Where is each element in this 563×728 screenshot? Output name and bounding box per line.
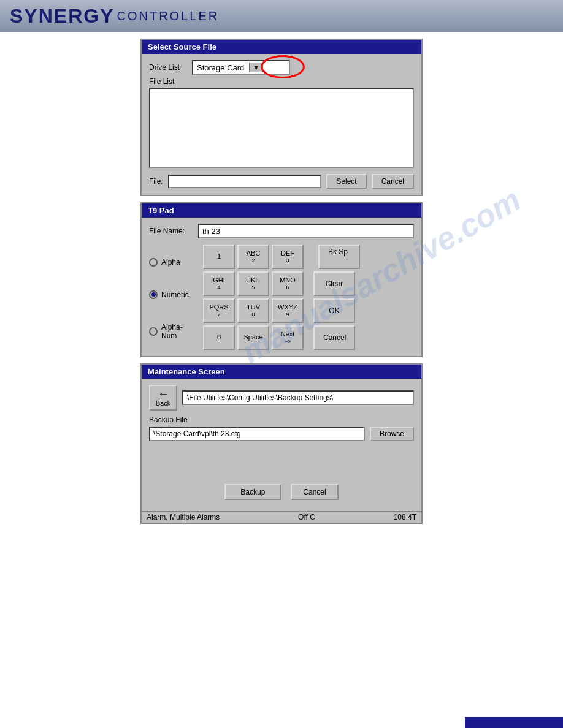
t9-btn-next[interactable]: Next--> — [272, 325, 304, 350]
t9pad-buttons: 1 ABC2 DEF3 GHI4 JKL5 MNO6 PQRS7 TUV8 WX… — [203, 245, 304, 350]
header-controller: CONTROLLER — [117, 9, 219, 23]
t9-btn-tuv8[interactable]: TUV8 — [237, 298, 269, 323]
back-row: ← Back \File Utilities\Config Utilities\… — [149, 385, 414, 411]
file-list-box — [149, 88, 414, 168]
file-list-row: File List — [149, 77, 414, 86]
radio-alpha-item[interactable]: Alpha — [149, 258, 198, 267]
filename-label: File Name: — [149, 227, 198, 235]
radio-alpha-label: Alpha — [161, 258, 180, 267]
file-row-label: File: — [149, 177, 163, 186]
file-row: File: Select Cancel — [149, 174, 414, 189]
browse-button[interactable]: Browse — [370, 427, 414, 441]
cancel-button-panel3[interactable]: Cancel — [291, 484, 338, 500]
t9-btn-abc2[interactable]: ABC2 — [237, 245, 269, 269]
drive-select-arrow[interactable]: ▼ — [249, 63, 263, 72]
bottom-bar — [465, 717, 563, 728]
cancel-button-panel2[interactable]: Cancel — [313, 325, 355, 350]
select-source-panel: Select Source File Drive List Storage Ca… — [140, 39, 423, 196]
t9pad-actions: Bk Sp Clear OK Cancel — [313, 245, 360, 350]
drive-list-label: Drive List — [149, 63, 192, 72]
status-mid: Off C — [298, 513, 315, 521]
drive-select-value: Storage Card — [197, 63, 244, 72]
t9pad-grid: Alpha Numeric Alpha-Num 1 ABC2 DEF3 GHI4… — [149, 245, 414, 350]
t9-btn-def3[interactable]: DEF3 — [272, 245, 304, 269]
panel2-title: T9 Pad — [142, 203, 421, 218]
panel1-title: Select Source File — [142, 40, 421, 54]
status-left: Alarm, Multiple Alarms — [147, 513, 220, 521]
header-synergy: SYNERGY — [10, 5, 114, 28]
maintenance-panel: Maintenance Screen ← Back \File Utilitie… — [140, 363, 423, 524]
t9-btn-ghi4[interactable]: GHI4 — [203, 271, 235, 296]
breadcrumb: \File Utilities\Config Utilities\Backup … — [182, 390, 414, 405]
t9-btn-1[interactable]: 1 — [203, 245, 235, 269]
ok-button[interactable]: OK — [313, 298, 355, 323]
backup-button[interactable]: Backup — [224, 484, 281, 500]
panel3-title: Maintenance Screen — [142, 365, 421, 379]
status-right: 108.4T — [394, 513, 416, 521]
file-list-label: File List — [149, 77, 192, 86]
filename-input[interactable] — [198, 224, 414, 238]
t9-btn-space[interactable]: Space — [237, 325, 269, 350]
t9pad-panel: T9 Pad File Name: Alpha Numeric Alpha — [140, 202, 423, 357]
back-arrow-icon: ← — [158, 389, 169, 400]
drive-select[interactable]: Storage Card ▼ — [192, 60, 290, 75]
t9-btn-wxyz9[interactable]: WXYZ9 — [272, 298, 304, 323]
radio-alpha-circle[interactable] — [149, 258, 158, 267]
t9-btn-pqrs7[interactable]: PQRS7 — [203, 298, 235, 323]
backup-file-row: Browse — [149, 427, 414, 441]
select-button[interactable]: Select — [326, 174, 366, 189]
header: SYNERGY CONTROLLER — [0, 0, 563, 32]
file-input[interactable] — [168, 175, 322, 188]
back-label: Back — [156, 400, 170, 407]
radio-alphanum-circle[interactable] — [149, 327, 158, 336]
drive-list-row: Drive List Storage Card ▼ — [149, 60, 414, 75]
spacer — [149, 449, 414, 479]
radio-numeric-circle[interactable] — [149, 290, 158, 299]
backup-file-label: Backup File — [149, 415, 414, 424]
bksp-button[interactable]: Bk Sp — [318, 245, 360, 269]
radio-alphanum-item[interactable]: Alpha-Num — [149, 323, 198, 340]
t9-btn-mno6[interactable]: MNO6 — [272, 271, 304, 296]
maintenance-actions: Backup Cancel — [149, 484, 414, 500]
radio-alphanum-label: Alpha-Num — [161, 323, 198, 340]
status-bar: Alarm, Multiple Alarms Off C 108.4T — [142, 511, 421, 523]
clear-button[interactable]: Clear — [313, 271, 355, 296]
cancel-button-panel1[interactable]: Cancel — [372, 174, 414, 189]
filename-row: File Name: — [149, 224, 414, 238]
t9pad-radios: Alpha Numeric Alpha-Num — [149, 245, 198, 350]
backup-file-input[interactable] — [149, 427, 365, 441]
back-button[interactable]: ← Back — [149, 385, 177, 411]
radio-numeric-item[interactable]: Numeric — [149, 290, 198, 299]
t9-btn-0[interactable]: 0 — [203, 325, 235, 350]
radio-numeric-label: Numeric — [161, 290, 189, 299]
t9-btn-jkl5[interactable]: JKL5 — [237, 271, 269, 296]
